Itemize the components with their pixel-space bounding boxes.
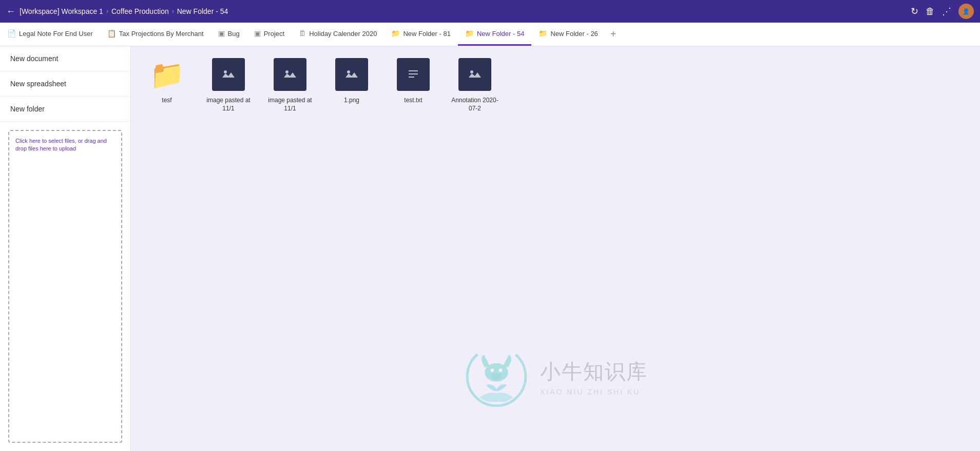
watermark-chinese-text: 小牛知识库 [540, 358, 648, 386]
file-folder-icon: 📁 [149, 57, 185, 92]
tab-bug[interactable]: ▣ Bug [211, 23, 247, 46]
file-name-annotation: Annotation 2020-07-2 [449, 97, 501, 112]
tab-holiday-icon: 🗓 [299, 29, 306, 37]
tab-holiday[interactable]: 🗓 Holiday Calender 2020 [292, 23, 384, 46]
sidebar-item-new-document[interactable]: New document [0, 46, 130, 71]
breadcrumb-workspace[interactable]: [Workspace] Workspace 1 [20, 7, 103, 15]
tab-legal-icon: 📄 [7, 29, 16, 37]
upload-zone-text: Click here to select files, or drag and … [15, 137, 115, 153]
image-icon-annotation [458, 58, 491, 91]
tab-add-icon: + [610, 28, 617, 40]
file-image2-icon-wrap [272, 57, 308, 92]
breadcrumb-folder54[interactable]: New Folder - 54 [177, 7, 228, 15]
grid-icon[interactable]: ⋰ [942, 6, 951, 17]
tab-project[interactable]: ▣ Project [247, 23, 292, 46]
file-name-image1: image pasted at 11/1 [203, 97, 254, 112]
svg-rect-10 [467, 68, 483, 81]
sidebar-item-new-spreadsheet-label: New spreadsheet [10, 80, 66, 88]
tab-tax-icon: 📋 [107, 29, 116, 37]
tab-folder81-label: New Folder - 81 [403, 30, 450, 37]
image-icon-1 [212, 58, 245, 91]
file-name-tesf: tesf [162, 97, 171, 105]
svg-point-15 [499, 369, 503, 372]
folder-icon: 📁 [150, 59, 184, 91]
image-icon-png1 [335, 58, 368, 91]
tab-project-label: Project [264, 30, 284, 37]
breadcrumb: [Workspace] Workspace 1 › Coffee Product… [20, 7, 907, 15]
tab-folder54-label: New Folder - 54 [477, 30, 524, 37]
file-item-image2[interactable]: image pasted at 11/1 [264, 57, 316, 112]
back-button[interactable]: ← [6, 6, 15, 17]
tab-folder26-icon: 📁 [539, 29, 547, 37]
tab-tax-label: Tax Projections By Merchant [119, 30, 204, 37]
watermark-logo-icon [463, 343, 530, 410]
content-area: 📁 tesf image pasted at 11/1 [131, 46, 980, 451]
trash-button[interactable]: 🗑 [926, 6, 935, 17]
file-item-png1[interactable]: 1.png [326, 57, 377, 112]
svg-point-11 [470, 70, 473, 73]
file-name-image2: image pasted at 11/1 [264, 97, 316, 112]
tab-bug-icon: ▣ [218, 29, 225, 37]
file-annotation-icon-wrap [457, 57, 493, 92]
avatar[interactable]: 👤 [958, 4, 974, 19]
file-name-png1: 1.png [344, 97, 359, 105]
image-icon-2 [274, 58, 306, 91]
avatar-initials: 👤 [963, 8, 970, 15]
file-item-image1[interactable]: image pasted at 11/1 [203, 57, 254, 112]
upload-zone[interactable]: Click here to select files, or drag and … [8, 130, 122, 443]
file-item-annotation[interactable]: Annotation 2020-07-2 [449, 57, 501, 112]
tab-folder26[interactable]: 📁 New Folder - 26 [531, 23, 605, 46]
tab-tax[interactable]: 📋 Tax Projections By Merchant [100, 23, 211, 46]
tab-holiday-label: Holiday Calender 2020 [309, 30, 377, 37]
file-txt1-icon-wrap [395, 57, 431, 92]
breadcrumb-sep-2: › [172, 8, 174, 15]
file-item-txt1[interactable]: test.txt [388, 57, 439, 112]
tabbar: 📄 Legal Note For End User 📋 Tax Projecti… [0, 23, 980, 46]
tab-folder81-icon: 📁 [391, 29, 400, 37]
sidebar: New document New spreadsheet New folder … [0, 46, 131, 451]
text-icon-txt1 [397, 58, 430, 91]
sidebar-item-new-folder[interactable]: New folder [0, 97, 130, 122]
sidebar-item-new-folder-label: New folder [10, 105, 45, 113]
refresh-button[interactable]: ↻ [911, 6, 918, 17]
files-grid: 📁 tesf image pasted at 11/1 [141, 57, 970, 112]
tab-folder54-icon: 📁 [465, 29, 474, 37]
sidebar-item-new-spreadsheet[interactable]: New spreadsheet [0, 71, 130, 97]
tab-folder81[interactable]: 📁 New Folder - 81 [384, 23, 457, 46]
svg-point-3 [285, 70, 289, 73]
watermark-pinyin-text: XIAO NIU ZHI SHI KU [540, 388, 648, 396]
topbar-actions: ↻ 🗑 ⋰ 👤 [911, 4, 974, 19]
watermark-text-block: 小牛知识库 XIAO NIU ZHI SHI KU [540, 358, 648, 396]
topbar: ← [Workspace] Workspace 1 › Coffee Produ… [0, 0, 980, 23]
tab-add-button[interactable]: + [605, 23, 622, 46]
main-layout: New document New spreadsheet New folder … [0, 46, 980, 451]
svg-rect-0 [221, 68, 236, 81]
svg-point-14 [491, 369, 494, 372]
trash-icon: 🗑 [926, 6, 935, 17]
file-name-txt1: test.txt [404, 97, 422, 105]
svg-point-5 [347, 70, 350, 73]
file-png1-icon-wrap [334, 57, 370, 92]
breadcrumb-coffee[interactable]: Coffee Production [111, 7, 169, 15]
breadcrumb-sep-1: › [106, 8, 108, 15]
svg-rect-2 [282, 68, 298, 81]
tab-legal[interactable]: 📄 Legal Note For End User [0, 23, 100, 46]
back-icon: ← [6, 6, 15, 17]
tab-legal-label: Legal Note For End User [19, 30, 93, 37]
file-image1-icon-wrap [210, 57, 246, 92]
sidebar-item-new-document-label: New document [10, 54, 58, 63]
svg-point-16 [491, 373, 502, 380]
tab-folder54[interactable]: 📁 New Folder - 54 [458, 23, 531, 46]
tab-folder26-label: New Folder - 26 [550, 30, 598, 37]
svg-point-1 [224, 70, 227, 73]
tab-project-icon: ▣ [254, 29, 261, 37]
file-item-tesf[interactable]: 📁 tesf [141, 57, 193, 112]
watermark: 小牛知识库 XIAO NIU ZHI SHI KU [463, 343, 648, 410]
refresh-icon: ↻ [911, 6, 918, 17]
tab-bug-label: Bug [228, 30, 240, 37]
svg-rect-4 [344, 68, 359, 81]
